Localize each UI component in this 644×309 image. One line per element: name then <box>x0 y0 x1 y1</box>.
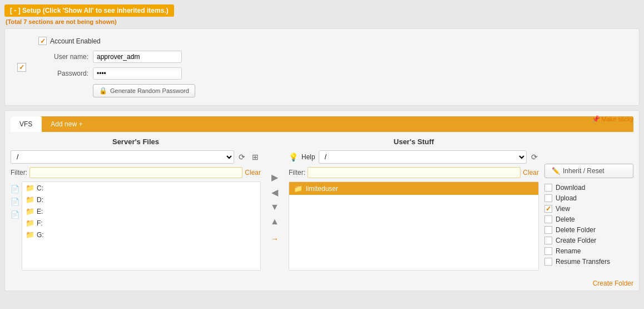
inherit-reset-label: Inherit / Reset <box>563 167 605 175</box>
perm-resume-transfers-checkbox[interactable] <box>544 258 552 266</box>
perm-resume-transfers-label: Resume Transfers <box>556 258 610 266</box>
perm-resume-transfers: Resume Transfers <box>544 258 633 266</box>
transfer-down-button[interactable]: ▼ <box>269 201 280 213</box>
user-path-select[interactable]: / <box>319 150 527 164</box>
pin-icon: 📌 <box>592 115 600 123</box>
vfs-section: 📌 Make sticky VFS Add new + Server's Fil… <box>4 110 640 291</box>
server-file-list: 📁 C: 📁 D: 📁 E: 📁 F: <box>22 182 261 271</box>
perm-create-folder-label: Create Folder <box>556 237 596 244</box>
help-label: Help <box>301 153 315 161</box>
perm-create-folder-checkbox[interactable] <box>544 237 552 244</box>
user-filter-row: Filter: Clear <box>289 167 539 178</box>
account-enabled-checkbox[interactable]: ✓ <box>38 37 47 45</box>
servers-files-panel: Server's Files / ⟳ ⊞ Filter: Clear <box>11 138 261 271</box>
vfs-content: Server's Files / ⟳ ⊞ Filter: Clear <box>5 132 639 276</box>
server-file-item-d[interactable]: 📁 D: <box>22 194 260 205</box>
folder-icon: 📁 <box>26 184 34 192</box>
perm-delete-label: Delete <box>556 215 575 223</box>
server-file-item-f[interactable]: 📁 F: <box>22 217 260 229</box>
user-file-item-limiteduser[interactable]: 📁 limiteduser <box>289 182 538 195</box>
server-file-item-c[interactable]: 📁 C: <box>22 182 260 194</box>
section-outer-checkbox[interactable]: ✓ <box>17 63 26 72</box>
folder-icon: 📁 <box>26 230 34 239</box>
folder-icon: 📁 <box>294 184 303 193</box>
tab-add-new[interactable]: Add new + <box>42 116 91 132</box>
users-stuff-panel: User's Stuff 💡 Help / ⟳ Filter: Clear 📁 <box>289 138 539 271</box>
account-section: ✓ ✓ Account Enabled User name: Password:… <box>4 28 640 106</box>
permissions-panel: ✏️ Inherit / Reset Download Upload ✓ Vie… <box>544 138 633 271</box>
generate-password-button[interactable]: 🔒 Generate Random Password <box>93 84 195 97</box>
user-file-list: 📁 limiteduser <box>289 182 539 271</box>
arrow-right-indicator: → <box>271 234 279 243</box>
make-sticky-label: Make sticky <box>602 116 633 122</box>
create-folder-button[interactable]: Create Folder <box>593 279 633 287</box>
servers-files-title: Server's Files <box>11 138 261 146</box>
user-filter-label: Filter: <box>289 169 305 176</box>
perm-delete: Delete <box>544 215 633 223</box>
server-filter-label: Filter: <box>11 169 27 176</box>
generate-password-label: Generate Random Password <box>110 87 189 94</box>
server-file-page-icon-1: 📄 <box>11 183 19 195</box>
create-folder-label: Create Folder <box>593 279 633 287</box>
bottom-section: Create Folder <box>5 276 639 291</box>
lock-icon: 🔒 <box>99 87 107 95</box>
make-sticky-button[interactable]: 📌 Make sticky <box>592 115 633 123</box>
folder-icon: 📁 <box>26 219 34 227</box>
perm-delete-folder: Delete Folder <box>544 226 633 234</box>
user-filter-input[interactable] <box>308 167 521 178</box>
server-file-item-g[interactable]: 📁 G: <box>22 229 260 241</box>
user-help-row: 💡 Help / ⟳ <box>289 150 539 164</box>
perm-view: ✓ View <box>544 205 633 213</box>
setup-bar-label: [ - ] Setup (Click 'Show All' to see inh… <box>10 7 169 14</box>
username-input[interactable] <box>93 51 182 63</box>
perm-upload-label: Upload <box>556 194 577 202</box>
user-clear-link[interactable]: Clear <box>523 169 539 176</box>
inherit-reset-button[interactable]: ✏️ Inherit / Reset <box>544 164 633 178</box>
server-path-toolbar: / ⟳ ⊞ <box>11 150 261 164</box>
password-label: Password: <box>38 70 88 77</box>
transfer-buttons-col: ▶ ◀ ▼ ▲ → <box>266 138 283 271</box>
folder-icon: 📁 <box>26 207 34 215</box>
server-path-select[interactable]: / <box>11 150 234 164</box>
user-refresh-button[interactable]: ⟳ <box>530 151 539 163</box>
perm-create-folder: Create Folder <box>544 237 633 244</box>
users-stuff-title: User's Stuff <box>289 138 539 146</box>
perm-download-checkbox[interactable] <box>544 184 552 192</box>
perm-rename: Rename <box>544 247 633 255</box>
server-refresh-button[interactable]: ⟳ <box>236 151 247 163</box>
server-filter-row: Filter: Clear <box>11 167 261 178</box>
server-file-page-icon-3: 📄 <box>11 208 19 221</box>
server-file-item-e[interactable]: 📁 E: <box>22 205 260 217</box>
perm-rename-label: Rename <box>556 247 581 255</box>
server-filter-input[interactable] <box>29 167 242 178</box>
folder-icon: 📁 <box>26 195 34 204</box>
transfer-left-button[interactable]: ◀ <box>270 186 279 199</box>
perm-rename-checkbox[interactable] <box>544 247 552 255</box>
section-count: 7 sections <box>23 18 53 25</box>
perm-download: Download <box>544 184 633 192</box>
perm-upload-checkbox[interactable] <box>544 194 552 202</box>
setup-bar[interactable]: [ - ] Setup (Click 'Show All' to see inh… <box>4 4 174 17</box>
tabs-bar: VFS Add new + <box>11 116 633 132</box>
perm-delete-checkbox[interactable] <box>544 215 552 223</box>
server-clear-link[interactable]: Clear <box>245 169 261 176</box>
server-grid-button[interactable]: ⊞ <box>250 151 261 163</box>
perm-upload: Upload <box>544 194 633 202</box>
help-icon: 💡 <box>289 153 298 161</box>
perm-view-checkbox[interactable]: ✓ <box>544 205 552 213</box>
password-input[interactable] <box>93 67 182 80</box>
total-note: (Total 7 sections are not being shown) <box>0 17 644 28</box>
perm-download-label: Download <box>556 184 585 192</box>
account-enabled-label: Account Enabled <box>50 37 101 45</box>
pencil-icon: ✏️ <box>552 167 560 175</box>
transfer-right-button[interactable]: ▶ <box>270 171 279 184</box>
transfer-up-button[interactable]: ▲ <box>269 215 280 228</box>
perm-view-label: View <box>556 205 570 213</box>
server-file-page-icon-2: 📄 <box>11 195 19 208</box>
perm-delete-folder-label: Delete Folder <box>556 226 596 234</box>
username-label: User name: <box>38 53 88 61</box>
tab-vfs[interactable]: VFS <box>11 116 42 132</box>
perm-delete-folder-checkbox[interactable] <box>544 226 552 234</box>
